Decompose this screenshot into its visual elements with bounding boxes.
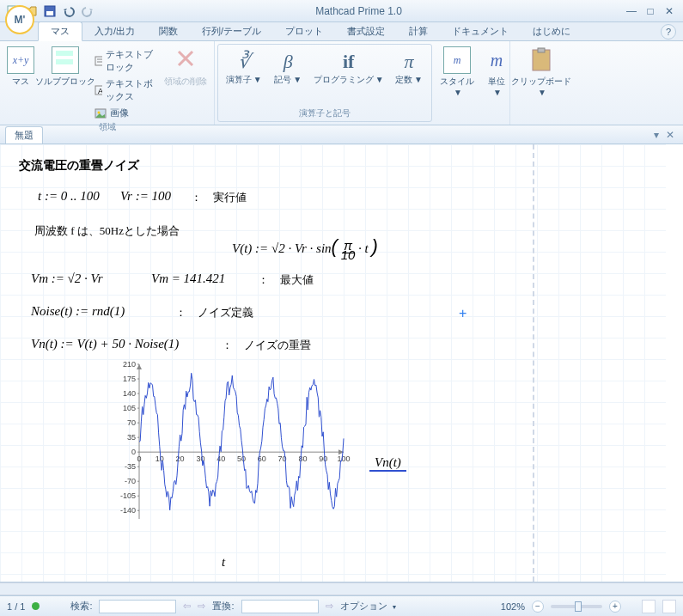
undo-icon[interactable] xyxy=(62,4,76,18)
plot-xlabel: t xyxy=(222,555,225,570)
svg-text:210: 210 xyxy=(123,360,136,369)
calc-status-icon xyxy=(32,602,40,610)
text-block-button[interactable]: テキストブロック xyxy=(95,48,156,74)
svg-text:-35: -35 xyxy=(125,462,136,471)
cursor-crosshair: + xyxy=(459,306,467,321)
svg-text:-105: -105 xyxy=(120,491,136,500)
tab-calc[interactable]: 計算 xyxy=(397,22,440,40)
save-icon[interactable] xyxy=(43,4,57,18)
tab-format[interactable]: 書式設定 xyxy=(335,22,397,40)
comment-noise: ： ノイズ定義 xyxy=(175,305,253,320)
image-button[interactable]: 画像 xyxy=(95,107,156,119)
programming-button[interactable]: ifプログラミング▼ xyxy=(312,48,385,88)
svg-text:80: 80 xyxy=(298,454,307,463)
svg-text:140: 140 xyxy=(123,389,136,398)
svg-text:40: 40 xyxy=(216,454,225,463)
workspace[interactable]: 交流電圧の重畳ノイズ t := 0 .. 100 Vr := 100 ： 実行値… xyxy=(0,144,683,582)
zoom-value: 102% xyxy=(501,601,525,612)
view-page-icon[interactable] xyxy=(642,600,656,613)
app-menu-button[interactable]: M' xyxy=(5,5,34,34)
tab-document[interactable]: ドキュメント xyxy=(440,22,521,40)
group-label-operators: 演算子と記号 xyxy=(223,106,426,121)
svg-text:-70: -70 xyxy=(125,477,136,485)
tab-math[interactable]: マス xyxy=(38,21,82,41)
solve-block-button[interactable]: ソルブブロック xyxy=(43,45,88,89)
tab-matrix[interactable]: 行列/テーブル xyxy=(190,22,273,40)
svg-text:20: 20 xyxy=(176,454,185,463)
comment-superposition: ： ノイズの重畳 xyxy=(222,338,311,353)
svg-rect-11 xyxy=(538,48,545,52)
tab-io[interactable]: 入力/出力 xyxy=(82,22,147,40)
clipboard-button[interactable]: クリップボード▼ xyxy=(515,45,567,99)
tab-plot[interactable]: プロット xyxy=(273,22,335,40)
tab-getting-started[interactable]: はじめに xyxy=(521,22,582,40)
view-draft-icon[interactable] xyxy=(662,600,676,613)
units-button[interactable]: m 単位▼ xyxy=(481,45,512,99)
style-button[interactable]: m スタイル▼ xyxy=(440,45,474,99)
eq-vm-def[interactable]: Vm := √2 · Vr xyxy=(31,271,102,286)
eq-v-def[interactable]: V(t) := √2 · Vr · sin( π10 · t ) xyxy=(232,235,378,259)
options-button[interactable]: オプション ▼ xyxy=(340,600,398,613)
delete-region-button: 領域の削除 xyxy=(162,45,209,89)
constants-button[interactable]: π定数▼ xyxy=(392,48,426,88)
page-indicator: 1 / 1 xyxy=(7,601,25,612)
svg-rect-3 xyxy=(95,57,102,65)
search-next-icon[interactable]: ⇨ xyxy=(198,601,205,612)
app-title: Mathcad Prime 1.0 xyxy=(95,5,623,17)
eq-t-range[interactable]: t := 0 .. 100 xyxy=(38,189,100,204)
doc-dropdown[interactable]: ▾ xyxy=(650,129,662,141)
svg-rect-10 xyxy=(533,50,550,70)
svg-text:90: 90 xyxy=(319,454,327,463)
doc-close[interactable]: ✕ xyxy=(662,129,678,141)
close-button[interactable]: ✕ xyxy=(661,4,678,18)
svg-text:175: 175 xyxy=(123,375,136,383)
redo-icon[interactable] xyxy=(81,4,95,18)
svg-text:A: A xyxy=(98,87,102,95)
text-box-button[interactable]: Aテキストボックス xyxy=(95,77,156,103)
search-label: 検索: xyxy=(70,600,92,613)
replace-label: 置換: xyxy=(212,600,234,613)
symbols-button[interactable]: β記号▼ xyxy=(271,48,305,88)
svg-text:100: 100 xyxy=(337,454,350,463)
eq-vn-def[interactable]: Vn(t) := V(t) + 50 · Noise(1) xyxy=(31,337,179,351)
comment-max: ： 最大値 xyxy=(258,272,314,288)
document-tab[interactable]: 無題 xyxy=(5,126,43,143)
plot-legend: Vn(t) xyxy=(369,455,406,472)
horizontal-scrollbar[interactable] xyxy=(0,582,683,595)
page-margin xyxy=(533,144,534,582)
math-region-button[interactable]: x+y マス xyxy=(5,45,36,89)
svg-text:0: 0 xyxy=(137,454,141,463)
comment-rms: ： 実行値 xyxy=(191,190,247,205)
heading: 交流電圧の重畳ノイズ xyxy=(19,158,139,174)
svg-text:35: 35 xyxy=(127,433,136,442)
tab-functions[interactable]: 関数 xyxy=(147,22,190,40)
zoom-in-button[interactable]: + xyxy=(609,601,621,613)
svg-rect-2 xyxy=(46,11,53,15)
help-button[interactable]: ? xyxy=(661,24,676,40)
comment-freq: 周波数 f は、50Hzとした場合 xyxy=(34,223,180,239)
svg-text:0: 0 xyxy=(131,448,136,456)
svg-text:-140: -140 xyxy=(120,506,136,515)
search-input[interactable] xyxy=(99,600,176,613)
search-prev-icon[interactable]: ⇦ xyxy=(183,601,191,612)
plot-vn[interactable]: -140-105-70-3503570105140175210010203040… xyxy=(112,359,361,555)
zoom-out-button[interactable]: − xyxy=(532,601,544,613)
zoom-slider[interactable] xyxy=(551,605,602,608)
minimize-button[interactable]: — xyxy=(623,4,640,18)
svg-text:70: 70 xyxy=(127,418,136,427)
svg-text:50: 50 xyxy=(237,454,246,463)
replace-go-icon[interactable]: ⇨ xyxy=(326,601,333,612)
eq-noise-def[interactable]: Noise(t) := rnd(1) xyxy=(31,304,125,319)
eq-vm-val[interactable]: Vm = 141.421 xyxy=(151,271,225,286)
maximize-button[interactable]: □ xyxy=(642,4,659,18)
replace-input[interactable] xyxy=(241,600,319,613)
operators-button[interactable]: ∛演算子▼ xyxy=(223,48,264,88)
eq-vr[interactable]: Vr := 100 xyxy=(120,189,171,204)
svg-text:105: 105 xyxy=(123,404,136,412)
